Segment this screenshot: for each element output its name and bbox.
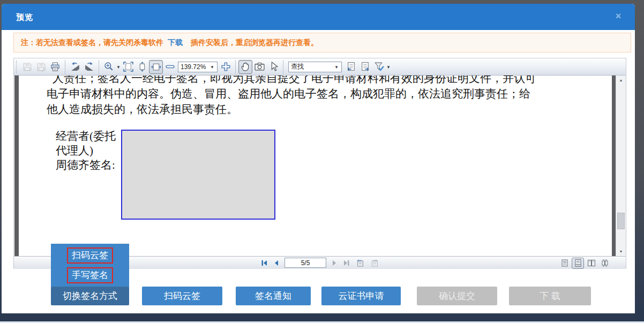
fit-actual-size-button[interactable] (121, 60, 135, 74)
find-next-icon (360, 62, 370, 72)
printer-icon (50, 62, 60, 72)
filter-fields-button[interactable] (372, 60, 386, 74)
zoom-tool-button[interactable] (102, 60, 116, 74)
hand-icon (241, 62, 251, 72)
facing-layout-button[interactable] (585, 258, 597, 269)
continuous-page-icon (574, 259, 582, 267)
hand-tool-button[interactable] (238, 60, 252, 74)
continuous-facing-layout-button[interactable] (598, 258, 611, 269)
camera-icon (254, 62, 265, 72)
continuous-layout-button[interactable] (572, 258, 584, 269)
zoom-out-button[interactable] (163, 60, 177, 74)
page-layout-controls (558, 257, 611, 269)
zoom-level-caret[interactable]: ▾ (209, 64, 215, 70)
zoom-level-combobox[interactable]: 139.72% ▾ (178, 62, 218, 72)
first-page-icon (260, 259, 268, 267)
popup-item-scan-cloud-sign[interactable]: 扫码云签 (67, 247, 113, 264)
fit-height-icon (137, 62, 147, 72)
continuous-facing-icon (601, 259, 609, 267)
find-caret[interactable]: ▾ (334, 64, 339, 70)
last-page-button[interactable] (342, 259, 351, 267)
zoom-tool-dropdown-caret[interactable]: ▾ (116, 64, 121, 70)
next-page-button[interactable] (330, 259, 339, 267)
vertical-scrollbar[interactable]: ▲ ▼ (616, 76, 626, 256)
floppy-icon (23, 62, 32, 72)
pdf-content-area: 人责任；签名人一经电子签名，即视为其亲自提交了电子申请材料和有效的身份证明文件，… (14, 76, 626, 256)
fit-width-button[interactable] (149, 60, 163, 74)
minus-icon (165, 62, 175, 72)
zoom-level-value: 139.72% (181, 63, 206, 71)
popup-item-handwritten-sign[interactable]: 手写签名 (67, 267, 113, 283)
magnifier-plus-icon (104, 62, 114, 72)
rotate-left-button[interactable] (68, 60, 82, 74)
filter-dropdown-caret[interactable]: ▾ (386, 64, 391, 70)
notice-bar: 注：若无法查看或签名，请先关闭杀毒软件下载插件安装后，重启浏览器再进行查看。 (13, 33, 631, 52)
fit-width-icon (151, 62, 161, 72)
next-view-button[interactable] (369, 258, 380, 268)
toolbar-grip (16, 61, 18, 73)
facing-pages-icon (587, 259, 596, 267)
download-button[interactable]: 下 载 (509, 287, 591, 305)
last-page-icon (343, 259, 350, 267)
snapshot-button[interactable] (252, 60, 266, 74)
notice-text-after: 插件安装后，重启浏览器再进行查看。 (191, 38, 318, 47)
single-page-layout-button[interactable] (558, 258, 571, 269)
download-plugin-link[interactable]: 下载 (168, 38, 183, 47)
find-combobox[interactable]: 查找 ▾ (288, 62, 342, 72)
notice-text: 注：若无法查看或签名，请先关闭杀毒软件 (21, 38, 163, 47)
previous-view-icon (356, 259, 364, 267)
rotate-right-button[interactable] (82, 60, 96, 74)
dialog-title: 预览 (16, 4, 33, 30)
actual-size-icon (123, 62, 133, 72)
signature-box[interactable] (121, 130, 275, 220)
floppy-pen-icon (36, 62, 46, 72)
first-page-button[interactable] (260, 259, 268, 267)
rotate-left-icon (70, 62, 80, 72)
viewer-left-edge (14, 76, 19, 256)
cursor-arrow-icon (268, 62, 279, 72)
find-value: 查找 (291, 62, 304, 71)
document-text-line: 他人造成损失的，依法承担民事责任。 (47, 102, 238, 117)
signature-label: 经营者(委托 代理人) 周德齐签名: (56, 129, 116, 172)
next-page-icon (331, 259, 338, 267)
zoom-in-button[interactable] (219, 60, 233, 74)
cloud-cert-apply-button[interactable]: 云证书申请 (321, 287, 401, 305)
toolbar-separator (235, 60, 236, 74)
previous-page-button[interactable] (272, 259, 281, 267)
confirm-submit-button[interactable]: 确认提交 (417, 287, 497, 305)
scroll-up-icon[interactable]: ▲ (616, 76, 626, 84)
viewer-right-edge (612, 76, 616, 256)
previous-page-icon (273, 259, 280, 267)
find-previous-button[interactable] (344, 60, 358, 74)
scrollbar-thumb[interactable] (617, 213, 625, 229)
page-nav-controls (260, 257, 380, 269)
toolbar-separator (99, 60, 99, 74)
save-button[interactable] (20, 60, 34, 74)
single-page-icon (560, 259, 569, 267)
rotate-right-icon (84, 62, 94, 72)
scan-cloud-sign-button[interactable]: 扫码云签 (142, 287, 222, 305)
find-next-button[interactable] (358, 60, 372, 74)
document-page: 人责任；签名人一经电子签名，即视为其亲自提交了电子申请材料和有效的身份证明文件，… (19, 76, 612, 256)
pdf-viewer: ▾ 139.72% ▾ (13, 58, 626, 269)
toolbar-separator (283, 60, 283, 74)
page-number-input[interactable] (284, 258, 326, 268)
switch-sign-method-button[interactable]: 切换签名方式 (51, 287, 129, 305)
document-text-line: 电子申请材料中的内容。伪造、冒用、盗用他人的电子签名，构成犯罪的，依法追究刑事责… (47, 86, 530, 101)
find-previous-icon (346, 62, 356, 72)
signature-method-popup: 扫码云签 手写签名 (51, 244, 129, 287)
previous-view-button[interactable] (355, 258, 365, 268)
fit-height-button[interactable] (135, 60, 149, 74)
next-view-icon (370, 259, 379, 267)
select-tool-button[interactable] (266, 60, 280, 74)
save-as-button[interactable] (34, 60, 48, 74)
sign-notice-button[interactable]: 签名通知 (236, 287, 311, 305)
scroll-down-icon[interactable]: ▼ (616, 247, 626, 256)
pdf-toolbar: ▾ 139.72% ▾ (14, 58, 626, 76)
toolbar-separator (65, 60, 65, 74)
print-button[interactable] (48, 60, 62, 74)
close-icon[interactable]: × (612, 10, 624, 22)
plus-icon (221, 62, 231, 72)
dialog-header: 预览 × (2, 4, 635, 30)
funnel-check-icon (374, 62, 384, 72)
